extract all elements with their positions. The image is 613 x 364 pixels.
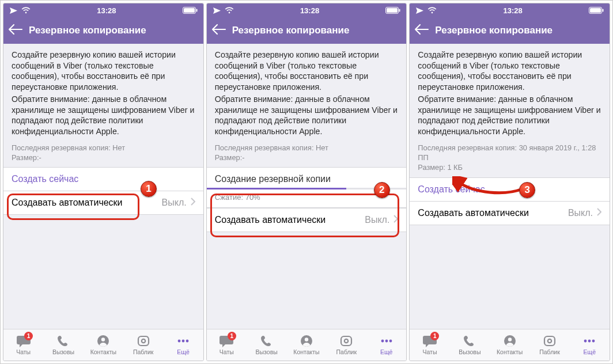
status-bar: 13:28: [410, 3, 610, 17]
tab-public-label: Паблик: [336, 348, 357, 355]
wifi-icon: [427, 7, 437, 14]
info-text: Создайте резервную копию вашей истории с…: [3, 44, 203, 138]
tab-chats[interactable]: 1 Чаты: [3, 329, 43, 361]
chevron-right-icon: [393, 215, 398, 225]
progress-bar: [207, 188, 407, 189]
svg-point-27: [584, 340, 587, 343]
auto-backup-row[interactable]: Создавать автоматически Выкл.: [410, 201, 610, 225]
airplane-icon: [213, 7, 221, 14]
info-text: Создайте резервную копию вашей истории с…: [207, 44, 407, 138]
backup-progress-sub: Сжатие: 70%: [207, 189, 407, 207]
airplane-icon: [415, 7, 424, 14]
wifi-icon: [225, 7, 234, 14]
tab-calls-label: Вызовы: [459, 348, 480, 355]
backup-progress-row: Создание резервной копии Сжатие: 70%: [207, 167, 407, 208]
svg-point-26: [548, 339, 551, 343]
tab-more[interactable]: Ещё: [163, 329, 203, 361]
chevron-right-icon: [190, 198, 195, 208]
app-header: Резервное копирование: [3, 17, 203, 44]
svg-point-19: [389, 340, 392, 343]
tab-contacts[interactable]: Контакты: [490, 329, 529, 361]
back-icon[interactable]: [8, 23, 23, 38]
back-icon[interactable]: [211, 23, 226, 38]
backup-meta: Последняя резервная копия: Нет Размер:-: [3, 138, 203, 168]
chevron-right-icon: [596, 208, 601, 218]
svg-point-17: [381, 340, 384, 343]
tab-public[interactable]: Паблик: [123, 329, 163, 361]
battery-icon: [183, 7, 198, 14]
status-time: 13:28: [300, 6, 319, 15]
backup-meta: Последняя резервная копия: 30 января 201…: [410, 138, 610, 177]
auto-backup-label: Создавать автоматически: [215, 215, 326, 225]
info-text: Создайте резервную копию вашей истории с…: [410, 44, 610, 138]
chats-badge: 1: [24, 332, 33, 340]
tab-contacts-label: Контакты: [497, 348, 523, 355]
tab-more[interactable]: Ещё: [570, 329, 610, 361]
phone-screen-2: 13:28 Резервное копирование Создайте рез…: [206, 3, 407, 361]
back-icon[interactable]: [414, 23, 429, 38]
tab-bar: 1 Чаты Вызовы Контакты Паблик Ещё: [3, 329, 203, 361]
create-now-label: Создать сейчас: [12, 174, 78, 184]
tab-calls[interactable]: Вызовы: [247, 329, 286, 361]
auto-backup-row[interactable]: Создавать автоматически Выкл.: [3, 191, 203, 215]
app-header: Резервное копирование: [207, 17, 407, 44]
create-now-button[interactable]: Создать сейчас: [410, 177, 610, 202]
create-now-label: Создать сейчас: [418, 184, 485, 195]
tab-public-label: Паблик: [133, 348, 154, 355]
phone-screen-1: 13:28 Резервное копирование Создайте рез…: [3, 3, 204, 361]
auto-backup-row[interactable]: Создавать автоматически Выкл.: [207, 208, 407, 232]
create-now-button[interactable]: Создать сейчас: [3, 167, 203, 191]
tab-chats-label: Чаты: [423, 348, 437, 355]
svg-point-8: [182, 340, 185, 343]
backup-progress-title: Создание резервной копии: [207, 168, 407, 188]
tab-chats-label: Чаты: [220, 348, 234, 355]
phone-screen-3: 13:28 Резервное копирование Создайте рез…: [409, 3, 610, 361]
svg-point-6: [141, 339, 145, 343]
svg-point-9: [186, 340, 189, 343]
tab-public-label: Паблик: [539, 348, 560, 355]
tab-public[interactable]: Паблик: [327, 329, 366, 361]
svg-rect-2: [196, 9, 197, 12]
auto-backup-value: Выкл.: [568, 208, 593, 218]
svg-rect-25: [544, 336, 555, 346]
battery-icon: [385, 7, 400, 14]
auto-backup-value: Выкл.: [365, 215, 389, 225]
tab-chats-label: Чаты: [16, 348, 31, 355]
tab-calls-label: Вызовы: [256, 348, 278, 355]
tab-calls[interactable]: Вызовы: [43, 329, 83, 361]
tab-bar: 1Чаты Вызовы Контакты Паблик Ещё: [410, 329, 610, 361]
svg-rect-11: [387, 8, 398, 13]
wifi-icon: [21, 7, 31, 14]
chats-badge: 1: [430, 332, 439, 340]
svg-point-7: [178, 340, 181, 343]
page-title: Резервное копирование: [232, 25, 350, 36]
tab-chats[interactable]: 1Чаты: [410, 329, 449, 361]
status-time: 13:28: [97, 6, 116, 15]
status-bar: 13:28: [3, 3, 203, 17]
tab-more[interactable]: Ещё: [366, 329, 406, 361]
tab-calls[interactable]: Вызовы: [450, 329, 490, 361]
svg-rect-12: [399, 9, 400, 12]
auto-backup-label: Создавать автоматически: [418, 208, 529, 218]
tab-contacts[interactable]: Контакты: [84, 329, 123, 361]
backup-meta: Последняя резервная копия: Нет Размер:-: [207, 138, 407, 168]
svg-point-28: [588, 340, 591, 343]
page-title: Резервное копирование: [435, 25, 553, 36]
chats-badge: 1: [228, 332, 236, 340]
tab-contacts-label: Контакты: [90, 348, 116, 355]
svg-rect-15: [341, 336, 351, 346]
svg-point-14: [305, 338, 308, 341]
svg-point-16: [345, 339, 348, 343]
app-header: Резервное копирование: [410, 17, 610, 44]
tab-contacts[interactable]: Контакты: [286, 329, 326, 361]
svg-rect-21: [590, 8, 601, 13]
tab-contacts-label: Контакты: [293, 348, 319, 355]
svg-point-18: [385, 340, 388, 343]
tab-bar: 1Чаты Вызовы Контакты Паблик Ещё: [207, 329, 407, 361]
tab-public[interactable]: Паблик: [529, 329, 569, 361]
tab-chats[interactable]: 1Чаты: [207, 329, 247, 361]
battery-icon: [589, 7, 604, 14]
svg-point-24: [508, 338, 511, 341]
tab-more-label: Ещё: [380, 348, 392, 355]
page-title: Резервное копирование: [29, 25, 146, 36]
